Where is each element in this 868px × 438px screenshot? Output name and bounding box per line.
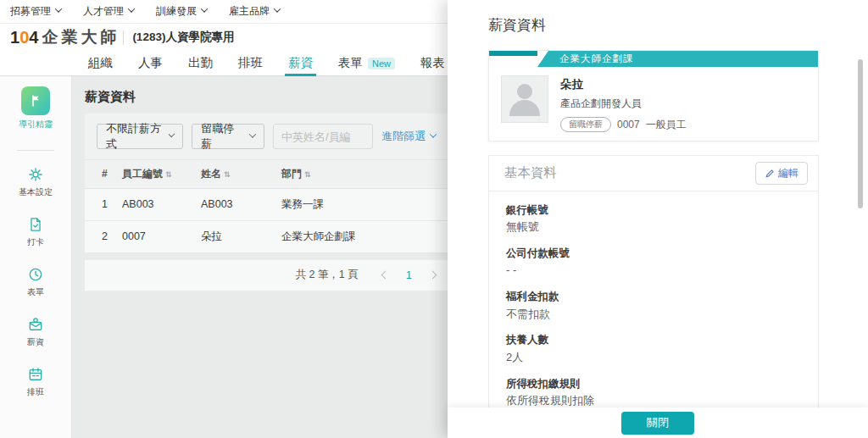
logo-digit: 4 [29,28,38,47]
field-label: 公司付款帳號 [506,247,801,260]
chevron-down-icon [55,5,62,12]
sidebar-item-punch[interactable]: 打卡 [27,216,44,248]
page-title: 薪資資料 [85,89,448,105]
table-header-row: # 員工編號⇅ 姓名⇅ 部門⇅ [85,160,448,188]
edit-button-label: 編輯 [778,166,798,180]
employee-meta: 留職停薪 0007 一般員工 [560,117,687,132]
filter-bar: 不限計薪方式 留職停薪 進階篩選 [85,114,448,160]
field-label: 所得稅扣繳規則 [506,377,801,391]
header-label: 員工編號 [122,168,163,180]
app-window: 招募管理 人才管理 訓練發展 雇主品牌 104 企業大師 (1283)人資學院專… [0,0,868,438]
employment-status-select[interactable]: 留職停薪 [192,124,264,149]
sort-icon: ⇅ [304,170,311,179]
tab-organization[interactable]: 組織 [88,51,113,75]
divider [123,30,124,45]
status-badge: 留職停薪 [560,117,611,132]
sidebar-item-settings[interactable]: 基本設定 [19,166,53,198]
department-name: 企業大師企劃課 [537,53,634,65]
menu-item-label: 雇主品牌 [229,4,270,19]
employee-search-input[interactable] [273,124,373,149]
sidebar-item-wizard[interactable]: 導引精靈 [19,86,53,130]
field-value: 依所得稅規則扣除 [506,394,801,408]
brand-logo[interactable]: 104 [10,28,38,47]
field-value: 2人 [506,351,801,365]
menu-item-label: 人才管理 [83,4,124,19]
wizard-flag-icon [21,86,50,115]
employee-table: # 員工編號⇅ 姓名⇅ 部門⇅ 1 AB003 AB003 業務一課 [85,160,448,253]
table-row[interactable]: 1 AB003 AB003 業務一課 [85,188,448,220]
tab-label: 組織 [88,55,113,71]
cell-department: 企業大師企劃課 [278,220,448,252]
advanced-filter-link[interactable]: 進階篩選 [381,129,436,144]
menu-item-recruit[interactable]: 招募管理 [10,4,61,19]
chevron-down-icon [430,130,437,137]
field-label: 扶養人數 [506,333,801,347]
current-page[interactable]: 1 [406,269,412,281]
employee-info: 朵拉 產品企劃開發人員 留職停薪 0007 一般員工 [560,75,687,132]
header-label: 部門 [281,168,302,180]
employee-job-title: 產品企劃開發人員 [560,97,687,111]
drawer-body: 薪資資料 企業大師企劃課 朵拉 產品企劃開發人員 留職停薪 000 [448,0,868,408]
close-button[interactable]: 關閉 [621,412,694,435]
header-employee-id[interactable]: 員工編號⇅ [119,160,198,188]
drawer-title: 薪資資料 [488,15,819,35]
basic-info-fields: 銀行帳號 無帳號 公司付款帳號 - - 福利金扣款 不需扣款 扶養人數 2人 [489,191,818,408]
header-name[interactable]: 姓名⇅ [198,160,278,188]
tab-payroll[interactable]: 薪資 [288,51,313,75]
select-value: 留職停薪 [201,121,245,152]
basic-info-card: 基本資料 編輯 銀行帳號 無帳號 公司付款帳號 - - [488,155,819,408]
tab-label: 排班 [238,55,263,71]
tab-personnel[interactable]: 人事 [138,51,163,75]
pencil-icon [765,169,775,179]
drawer-footer: 關閉 [448,408,868,438]
pagination-summary: 共 2 筆，1 頁 [295,268,358,282]
employee-number: 0007 [617,119,640,130]
menu-item-talent[interactable]: 人才管理 [83,4,134,19]
salary-detail-drawer: 薪資資料 企業大師企劃課 朵拉 產品企劃開發人員 留職停薪 000 [448,0,868,438]
sidebar-item-label: 薪資 [27,336,44,348]
cell-employee-id: 0007 [119,220,198,252]
gear-icon [27,166,44,183]
field-bank-account: 銀行帳號 無帳號 [506,203,801,235]
tab-forms[interactable]: 表單New [338,51,395,75]
next-page-button[interactable] [426,269,439,282]
menu-item-label: 訓練發展 [156,4,197,19]
tab-label: 薪資 [288,55,313,71]
avatar [501,75,548,123]
field-label: 銀行帳號 [506,203,801,217]
sidebar-item-payroll[interactable]: 薪資 [27,316,44,348]
sidebar-item-schedule[interactable]: 排班 [27,366,44,398]
sidebar-item-label: 打卡 [27,236,44,248]
sidebar: 導引精靈 基本設定 打卡 表單 薪資 排班 [0,76,72,438]
sidebar-item-label: 排班 [27,386,44,398]
scrollbar-thumb[interactable] [858,59,863,208]
sidebar-item-forms[interactable]: 表單 [27,266,44,298]
edit-button[interactable]: 編輯 [755,162,808,185]
pay-type-select[interactable]: 不限計薪方式 [97,124,183,149]
clock-icon [27,266,44,283]
cell-index: 2 [85,220,119,252]
employee-role: 一般員工 [646,118,687,132]
prev-page-button[interactable] [379,269,392,282]
field-company-payment-account: 公司付款帳號 - - [506,247,801,278]
field-dependents: 扶養人數 2人 [506,333,801,364]
select-value: 不限計薪方式 [106,121,164,152]
menu-item-training[interactable]: 訓練發展 [156,4,207,19]
tab-scheduling[interactable]: 排班 [238,51,263,75]
cell-department: 業務一課 [278,188,448,220]
employee-summary-card: 企業大師企劃課 朵拉 產品企劃開發人員 留職停薪 0007 一般員工 [488,50,819,141]
chevron-down-icon [169,130,175,137]
company-name: (1283)人資學院專用 [132,30,234,45]
employee-summary-body: 朵拉 產品企劃開發人員 留職停薪 0007 一般員工 [489,67,818,141]
tab-attendance[interactable]: 出勤 [188,51,213,75]
table-row[interactable]: 2 0007 朵拉 企業大師企劃課 [85,220,448,252]
tab-label: 人事 [138,55,163,71]
menu-item-employer-brand[interactable]: 雇主品牌 [229,4,280,19]
tab-label: 表單 [338,55,363,71]
pagination-bar: 共 2 筆，1 頁 1 [85,260,448,291]
employee-name: 朵拉 [560,77,687,92]
menu-item-label: 招募管理 [10,4,51,19]
cell-employee-id: AB003 [119,188,198,220]
logo-digit: 1 [10,28,19,47]
header-department[interactable]: 部門⇅ [278,160,448,188]
